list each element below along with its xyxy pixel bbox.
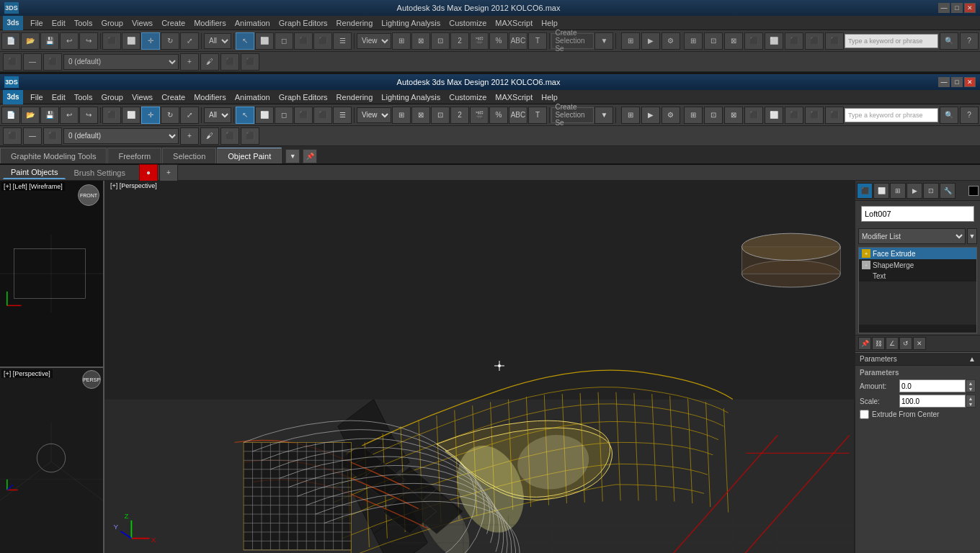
panel-btn-motion[interactable]: ▶ [906, 183, 922, 199]
amount-input[interactable] [899, 379, 966, 392]
menu-lighting-1[interactable]: Lighting Analysis [377, 18, 445, 28]
layer-dropdown-2[interactable]: 0 (default) [63, 128, 179, 144]
menu-edit-2[interactable]: Edit [48, 92, 70, 102]
menu-views-1[interactable]: Views [128, 18, 157, 28]
viewport-left-bottom[interactable]: [+] [Perspective] PERSP [0, 368, 103, 553]
scale-spinner[interactable]: ▲ ▼ [966, 395, 976, 408]
menu-group-1[interactable]: Group [97, 18, 128, 28]
tb-rotate-2[interactable]: ↻ [161, 107, 179, 124]
move-gizmo[interactable] [494, 361, 504, 371]
tb-sel-arrow-1[interactable]: ▼ [594, 32, 613, 50]
menu-rendering-1[interactable]: Rendering [332, 18, 378, 28]
tb-layer-btn2-1[interactable]: — [23, 53, 42, 71]
search-box-1[interactable]: Type a keyword or phrase [845, 34, 938, 48]
tb-render2-1[interactable]: ▶ [641, 32, 660, 50]
tb-save-1[interactable]: 💾 [40, 32, 59, 50]
tb-text-2[interactable]: T [528, 107, 547, 124]
stack-btn-delete[interactable]: ✕ [913, 337, 926, 350]
menu-modifiers-2[interactable]: Modifiers [190, 92, 231, 102]
panel-btn-modify[interactable]: ⬜ [873, 183, 889, 199]
tb-settings-1[interactable]: ⚙ [662, 32, 680, 50]
extrude-from-center-checkbox[interactable] [860, 410, 869, 419]
tb-render2-2[interactable]: ▶ [641, 107, 660, 124]
tb-snap9-2[interactable]: ⬛ [805, 107, 824, 124]
sub-tab-brush-settings[interactable]: Brush Settings [66, 166, 133, 179]
stack-btn-pin[interactable]: 📌 [858, 337, 871, 350]
tb-layer-icon-2[interactable]: ⬛ [3, 127, 22, 145]
search-box-2[interactable]: Type a keyword or phrase [845, 108, 938, 122]
menu-tools-1[interactable]: Tools [70, 18, 97, 28]
panel-btn-display[interactable]: ⊡ [923, 183, 939, 199]
tb-select-2[interactable]: ↖ [236, 107, 254, 124]
tb-render-2[interactable]: 🎬 [470, 107, 489, 124]
menu-modifiers-1[interactable]: Modifiers [190, 18, 231, 28]
menu-tools-2[interactable]: Tools [70, 92, 97, 102]
tb-select-1[interactable]: ↖ [236, 32, 254, 50]
parameters-section-header[interactable]: Parameters ▲ [855, 352, 980, 366]
reference-coord-2[interactable]: All [204, 107, 231, 123]
viewport-left-top[interactable]: [+] [Left] [Wireframe] FRONT [0, 181, 103, 368]
tb-snap5-1[interactable]: ⊠ [724, 32, 743, 50]
menu-graph-editors-2[interactable]: Graph Editors [275, 92, 332, 102]
menu-customize-1[interactable]: Customize [445, 18, 491, 28]
tb-align-1[interactable]: ☰ [333, 32, 352, 50]
amount-spin-up[interactable]: ▲ [966, 380, 975, 386]
sub-tab-paint-objects[interactable]: Paint Objects [3, 166, 66, 179]
modifier-dropdown-arrow[interactable]: ▼ [967, 228, 977, 244]
menu-file-2[interactable]: File [26, 92, 48, 102]
menu-edit-1[interactable]: Edit [48, 18, 70, 28]
panel-btn-hierarchy[interactable]: ⊞ [890, 183, 906, 199]
stack-btn-angle[interactable]: ∠ [886, 337, 899, 350]
tb-layer-add-1[interactable]: + [180, 53, 199, 71]
tb-align-2[interactable]: ☰ [333, 107, 352, 124]
tb-paint-add[interactable]: + [159, 164, 178, 181]
menu-group-2[interactable]: Group [97, 92, 128, 102]
tb-snap10-1[interactable]: ⬛ [825, 32, 844, 50]
menu-file-1[interactable]: File [26, 18, 48, 28]
scale-spin-down[interactable]: ▼ [966, 401, 975, 407]
close-btn-2[interactable]: ✕ [964, 77, 976, 87]
tb-redo-1[interactable]: ↪ [79, 32, 98, 50]
tb-snap9-1[interactable]: ⬛ [805, 32, 824, 50]
menu-create-2[interactable]: Create [157, 92, 190, 102]
tb-scale-1[interactable]: ⤢ [180, 32, 199, 50]
maximize-btn-1[interactable]: □ [951, 3, 963, 13]
tb-paint-sel-1[interactable]: ⬛ [294, 32, 313, 50]
tb-new-1[interactable]: 📄 [1, 32, 20, 50]
tb-sel-obj-1[interactable]: ⬛ [102, 32, 121, 50]
tab-freeform[interactable]: Freeform [107, 148, 161, 163]
view-dropdown-2[interactable]: View [357, 107, 391, 123]
tb-sel-obj-2[interactable]: ⬛ [102, 107, 121, 124]
minimize-btn-2[interactable]: — [938, 77, 950, 87]
tb-new-2[interactable]: 📄 [1, 107, 20, 124]
tb-rotate-1[interactable]: ↻ [161, 32, 179, 50]
tb-text-1[interactable]: T [528, 32, 547, 50]
menu-help-2[interactable]: Help [537, 92, 562, 102]
panel-btn-utilities[interactable]: 🔧 [940, 183, 956, 199]
tb-num-1[interactable]: 2 [450, 32, 469, 50]
tb-snap-1[interactable]: ⊞ [392, 32, 411, 50]
amount-spinner[interactable]: ▲ ▼ [966, 379, 976, 392]
modifier-list-dropdown[interactable]: Modifier List [858, 228, 966, 244]
menu-create-1[interactable]: Create [157, 18, 190, 28]
tb-abc-1[interactable]: ABC [509, 32, 527, 50]
menu-maxscript-2[interactable]: MAXScript [491, 92, 537, 102]
tb-layer-paint3-2[interactable]: ⬛ [241, 127, 259, 145]
panel-btn-create[interactable]: ⬛ [857, 183, 873, 199]
tb-lasso-2[interactable]: ◻ [275, 107, 293, 124]
scale-spin-up[interactable]: ▲ [966, 395, 975, 401]
tb-grid-1[interactable]: ⊞ [621, 32, 640, 50]
tb-layer-btn3-1[interactable]: ⬛ [43, 53, 62, 71]
tb-snap10-2[interactable]: ⬛ [825, 107, 844, 124]
create-selection-box-1[interactable]: Create Selection Se [551, 33, 594, 49]
menu-rendering-2[interactable]: Rendering [332, 92, 378, 102]
tb-mirror-2[interactable]: ⬛ [313, 107, 332, 124]
window-controls-2[interactable]: — □ ✕ [938, 77, 976, 87]
tb-link-1[interactable]: ⊡ [431, 32, 450, 50]
tb-open-1[interactable]: 📂 [21, 32, 40, 50]
tb-sel-region-2[interactable]: ⬜ [122, 107, 141, 124]
nav-circle-left-bottom[interactable]: PERSP [82, 370, 101, 389]
tb-snap6-1[interactable]: ⬛ [744, 32, 763, 50]
menu-views-2[interactable]: Views [128, 92, 157, 102]
stack-btn-reset[interactable]: ↺ [899, 337, 912, 350]
